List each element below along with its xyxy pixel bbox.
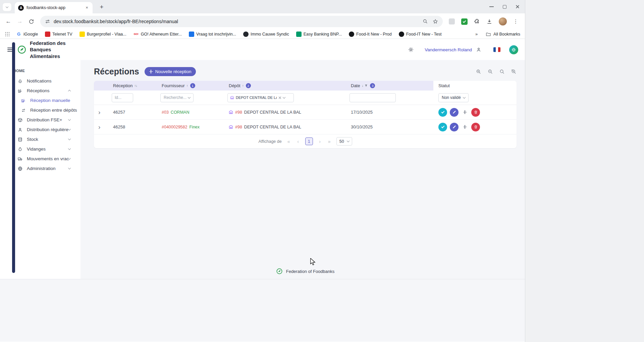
extensions-puzzle-icon[interactable] bbox=[474, 18, 480, 24]
chevron-down-icon bbox=[68, 118, 71, 121]
sidebar-item-label: Stock bbox=[27, 137, 38, 142]
sidebar-scrollbar[interactable] bbox=[12, 42, 15, 273]
zoom-out-icon[interactable] bbox=[488, 69, 493, 74]
all-bookmarks-button[interactable]: All Bookmarks bbox=[486, 32, 520, 37]
column-header-depot[interactable]: Dépôt ↑ 2 bbox=[227, 83, 350, 88]
delete-button[interactable] bbox=[471, 108, 480, 117]
column-header-reception[interactable]: Réception ↑↓ bbox=[112, 83, 160, 88]
next-page-button[interactable]: › bbox=[318, 139, 322, 144]
bookmark-item[interactable]: GO! Atheneum Etter... bbox=[133, 32, 182, 37]
bookmarks-bar: GiGoogle Telenet TV Burgerprofiel - Vlaa… bbox=[0, 30, 525, 39]
prev-page-button[interactable]: ‹ bbox=[296, 139, 301, 144]
sidebar-item-label: Réception manuelle bbox=[30, 98, 70, 103]
last-page-button[interactable]: » bbox=[327, 139, 332, 144]
validate-button[interactable] bbox=[438, 108, 447, 117]
filter-funnel-icon bbox=[365, 84, 368, 87]
filter-status-select[interactable]: Non validé bbox=[438, 93, 469, 102]
transfer-icon bbox=[21, 108, 26, 113]
bookmark-item[interactable]: Food-It New - Prod bbox=[349, 32, 392, 37]
check-icon bbox=[441, 125, 444, 128]
supplier-code: #03 bbox=[162, 110, 169, 115]
filter-count-badge: 1 bbox=[190, 83, 195, 88]
profile-avatar[interactable] bbox=[499, 17, 507, 25]
language-flag-fr[interactable] bbox=[493, 47, 500, 52]
site-info-icon[interactable] bbox=[45, 19, 50, 24]
expand-row-icon[interactable]: › bbox=[94, 123, 100, 130]
sort-icon[interactable]: ↑ bbox=[242, 84, 244, 88]
page-size-value: 50 bbox=[339, 139, 344, 144]
bookmark-item[interactable]: Food-IT New - Test bbox=[399, 32, 442, 37]
chevron-down-icon bbox=[68, 137, 71, 140]
search-icon[interactable] bbox=[499, 69, 505, 74]
bookmarks-overflow-icon[interactable]: » bbox=[475, 32, 478, 37]
current-page-button[interactable]: 1 bbox=[305, 137, 313, 145]
first-page-button[interactable]: « bbox=[286, 139, 291, 144]
add-line-button[interactable] bbox=[461, 123, 469, 131]
browser-menu-icon[interactable]: ⋮ bbox=[513, 18, 518, 24]
column-header-fournisseur[interactable]: Fournisseur ↑ 1 bbox=[160, 83, 227, 88]
downloads-icon[interactable] bbox=[486, 18, 492, 24]
address-bar[interactable]: dev.stock.foodbanksit.be/stock/app/fr-BE… bbox=[40, 16, 443, 27]
app-title: Federation des Banques Alimentaires bbox=[30, 40, 71, 60]
sort-icon[interactable]: ↑ bbox=[186, 84, 188, 88]
extension-icon-inactive[interactable] bbox=[449, 18, 455, 24]
bookmark-item[interactable]: GiGoogle bbox=[16, 32, 38, 37]
truck-icon bbox=[17, 156, 23, 162]
sort-icon[interactable]: ↓ bbox=[362, 84, 363, 88]
window-minimize-button[interactable] bbox=[489, 6, 494, 7]
expand-row-icon[interactable]: › bbox=[94, 109, 100, 116]
back-button[interactable]: ← bbox=[3, 16, 13, 26]
bookmark-item[interactable]: Vraag tot inschrijvin... bbox=[189, 32, 236, 37]
warehouse-icon bbox=[230, 96, 234, 100]
app-root: Federation des Banques Alimentaires Vand… bbox=[0, 39, 525, 342]
box-icon bbox=[17, 117, 23, 123]
tab-search-button[interactable] bbox=[3, 3, 11, 11]
table-filter-row: Recherche... DEPOT CENTRAL DE LA BAL bbox=[94, 91, 517, 105]
validate-button[interactable] bbox=[438, 123, 447, 131]
zoom-in-icon[interactable] bbox=[476, 69, 481, 74]
new-reception-label: Nouvelle réception bbox=[155, 69, 192, 74]
new-tab-button[interactable]: + bbox=[97, 3, 106, 11]
add-line-button[interactable] bbox=[461, 108, 469, 117]
window-close-button[interactable] bbox=[516, 5, 520, 9]
browser-tab[interactable]: A foodbanks-stock-app × bbox=[15, 2, 93, 13]
theme-toggle-sun-icon[interactable] bbox=[408, 47, 414, 53]
person-icon[interactable] bbox=[476, 47, 481, 52]
lens-search-icon[interactable] bbox=[423, 19, 428, 24]
edit-button[interactable] bbox=[450, 108, 459, 117]
tab-close-icon[interactable]: × bbox=[84, 5, 90, 11]
chevron-down-icon bbox=[346, 139, 349, 142]
toolbar-extensions: ⋮ bbox=[445, 17, 522, 25]
filter-supplier-select[interactable]: Recherche... bbox=[160, 93, 194, 102]
forward-button[interactable]: → bbox=[15, 16, 25, 26]
sort-icon[interactable]: ↑↓ bbox=[135, 84, 137, 88]
column-header-statut: Statut bbox=[433, 83, 517, 88]
bookmark-item[interactable]: Burgerprofiel - Vlaa... bbox=[79, 32, 126, 37]
new-reception-button[interactable]: Nouvelle réception bbox=[145, 67, 196, 76]
globe-button[interactable] bbox=[509, 45, 518, 54]
apps-grid-icon[interactable] bbox=[5, 32, 10, 37]
bookmark-favicon bbox=[79, 32, 85, 37]
filter-id-input[interactable] bbox=[112, 93, 133, 102]
bookmark-star-icon[interactable] bbox=[433, 19, 438, 24]
user-menu[interactable]: Vandermeersch Roland bbox=[425, 47, 472, 52]
page-size-select[interactable]: 50 bbox=[336, 137, 352, 146]
filter-depot-select[interactable]: DEPOT CENTRAL DE LA BAL bbox=[227, 93, 294, 102]
bookmark-item[interactable]: Immo Cauwe Syndic bbox=[243, 32, 289, 37]
depot-name: DEPOT CENTRAL DE LA BAL bbox=[244, 110, 301, 115]
window-maximize-button[interactable] bbox=[503, 5, 506, 9]
bookmark-item[interactable]: Easy Banking BNP... bbox=[296, 32, 342, 37]
reception-id: 46257 bbox=[112, 110, 160, 115]
column-header-date[interactable]: Date ↓ 3 bbox=[350, 83, 433, 88]
filter-supplier-placeholder: Recherche... bbox=[164, 95, 186, 100]
clear-filter-icon[interactable] bbox=[278, 96, 281, 99]
edit-button[interactable] bbox=[450, 123, 459, 131]
reload-button[interactable] bbox=[26, 16, 36, 26]
delete-button[interactable] bbox=[471, 123, 480, 131]
depot-code: #98 bbox=[235, 125, 242, 129]
bookmark-item[interactable]: Telenet TV bbox=[45, 32, 72, 37]
zoom-fit-icon[interactable] bbox=[511, 69, 517, 74]
filter-date-input[interactable] bbox=[350, 93, 396, 102]
chevron-down-icon bbox=[68, 167, 71, 169]
extension-icon-check[interactable] bbox=[461, 18, 468, 25]
